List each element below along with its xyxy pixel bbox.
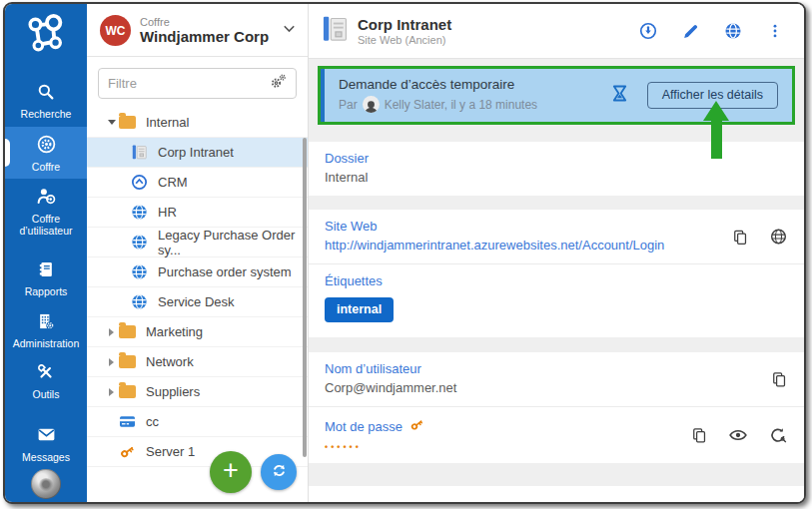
tree-item-label: Corp Intranet <box>158 145 234 160</box>
tree-item-purchase-order[interactable]: Purchase order system <box>87 257 308 287</box>
owner-avatar[interactable] <box>31 469 61 499</box>
sidebar-item-rapports[interactable]: Rapports <box>5 253 87 304</box>
requester-avatar <box>363 96 380 113</box>
sidebar-item-outils[interactable]: Outils <box>5 355 87 407</box>
open-website-globe-icon[interactable] <box>723 21 743 41</box>
tree-item-label: HR <box>158 205 177 220</box>
tools-icon <box>36 362 56 386</box>
website-tags-card: Site Web http://windjammerintranet.azure… <box>309 210 804 337</box>
folder-icon <box>118 352 137 371</box>
field-label: Étiquettes <box>325 273 788 288</box>
field-label: Dossier <box>325 151 788 166</box>
filter-input[interactable] <box>108 76 269 91</box>
globe-icon <box>130 203 149 222</box>
folder-icon <box>118 382 137 401</box>
sidebar-item-coffre[interactable]: Coffre <box>5 127 87 180</box>
byline-prefix: Par <box>339 98 358 112</box>
expander-icon[interactable] <box>105 328 118 336</box>
tree-item-label: CRM <box>158 175 188 190</box>
website-field: Site Web http://windjammerintranet.azure… <box>309 210 804 263</box>
user-vault-icon <box>36 186 57 211</box>
owner-role-badge: Propriétaire <box>11 503 81 504</box>
refresh-button[interactable] <box>261 454 297 490</box>
banner-accent-stripe <box>321 69 325 122</box>
sidebar-item-administration[interactable]: Administration <box>5 304 87 356</box>
tree-item-internal[interactable]: Internal <box>87 108 308 138</box>
add-entry-button[interactable]: + <box>210 451 252 493</box>
sidebar-item-label: Rapports <box>25 286 68 298</box>
folder-icon <box>118 113 137 132</box>
sidebar-item-label: Coffre <box>32 162 60 174</box>
expander-icon[interactable] <box>105 120 118 125</box>
vault-selector[interactable]: WC Coffre Windjammer Corp <box>87 4 308 57</box>
field-value: Internal <box>325 170 788 185</box>
vault-gear-icon <box>36 134 57 159</box>
tree-item-cc[interactable]: cc <box>87 407 308 437</box>
tree-item-label: cc <box>146 414 159 429</box>
field-label-text: Mot de passe <box>325 419 403 434</box>
vault-tree: Internal Corp Intranet <box>87 108 308 502</box>
tree-item-label: Internal <box>146 115 189 130</box>
reports-icon <box>36 259 56 283</box>
reveal-password-eye-icon[interactable] <box>728 425 748 445</box>
tree-scrollbar[interactable] <box>303 138 307 457</box>
entry-detail-panel: Corp Intranet Site Web (Ancien) <box>309 4 804 502</box>
tree-item-label: Legacy Purchase Order sy... <box>158 228 308 257</box>
sidebar-item-label: Outils <box>33 389 60 401</box>
key-icon <box>408 416 425 436</box>
filter-settings-gear-icon[interactable] <box>269 72 288 95</box>
vault-kicker: Coffre <box>140 16 272 28</box>
checkout-icon[interactable] <box>638 21 658 41</box>
password-field: Mot de passe •••••• <box>309 406 804 463</box>
crm-icon <box>130 173 149 192</box>
expander-icon[interactable] <box>105 358 118 366</box>
expander-icon[interactable] <box>105 388 118 396</box>
edit-pencil-icon[interactable] <box>681 22 700 41</box>
username-field: Nom d’utilisateur Corp@windjammer.net <box>309 352 804 406</box>
copy-icon[interactable] <box>690 426 708 444</box>
hub-logo-icon <box>5 4 87 65</box>
folder-icon <box>118 322 137 341</box>
chevron-down-icon[interactable] <box>281 20 298 41</box>
sidebar-user-block: Propriétaire <box>5 469 87 504</box>
administration-icon <box>36 311 56 335</box>
filter-row <box>87 57 308 108</box>
show-details-button[interactable]: Afficher les détails <box>647 82 778 109</box>
banner-byline: Par Kelly Slater, il y a 18 minutes <box>339 96 609 113</box>
tree-item-label: Network <box>146 354 194 369</box>
tree-item-network[interactable]: Network <box>87 347 308 377</box>
globe-icon <box>130 262 149 281</box>
sidebar-item-label: Messages <box>22 452 70 464</box>
copy-icon[interactable] <box>731 228 749 246</box>
sidebar-item-label: Coffre d’utilisateur <box>7 214 85 237</box>
tag-badge[interactable]: internal <box>325 297 394 322</box>
field-label: Nom d’utilisateur <box>325 361 788 376</box>
tree-item-service-desk[interactable]: Service Desk <box>87 287 308 317</box>
tree-item-crm[interactable]: CRM <box>87 168 308 198</box>
sidebar: Recherche Coffre Coffre d’utilisateur <box>5 4 87 502</box>
website-document-icon <box>130 143 149 162</box>
search-icon <box>36 82 56 106</box>
tree-item-marketing[interactable]: Marketing <box>87 317 308 347</box>
tree-item-label: Service Desk <box>158 294 235 309</box>
sidebar-item-messages[interactable]: Messages <box>5 417 87 470</box>
tree-item-hr[interactable]: HR <box>87 198 308 228</box>
bottom-strip <box>309 486 804 502</box>
more-options-kebab-icon[interactable] <box>766 22 784 40</box>
key-icon <box>118 442 137 461</box>
tree-item-corp-intranet[interactable]: Corp Intranet <box>87 138 308 168</box>
tree-item-suppliers[interactable]: Suppliers <box>87 377 308 407</box>
website-url-link[interactable]: http://windjammerintranet.azurewebsites.… <box>325 238 704 253</box>
open-url-globe-icon[interactable] <box>769 228 788 247</box>
password-history-icon[interactable] <box>768 425 788 445</box>
credit-card-icon <box>118 412 137 431</box>
website-document-icon <box>321 13 349 49</box>
vault-title: Windjammer Corp <box>140 28 272 45</box>
sidebar-item-coffre-utilisateur[interactable]: Coffre d’utilisateur <box>5 179 87 243</box>
tree-item-legacy-purchase[interactable]: Legacy Purchase Order sy... <box>87 228 308 257</box>
entry-type-subtitle: Site Web (Ancien) <box>358 34 638 46</box>
app-window: Recherche Coffre Coffre d’utilisateur <box>3 2 806 504</box>
refresh-icon <box>270 461 289 484</box>
copy-icon[interactable] <box>770 370 788 388</box>
sidebar-item-recherche[interactable]: Recherche <box>5 75 87 127</box>
